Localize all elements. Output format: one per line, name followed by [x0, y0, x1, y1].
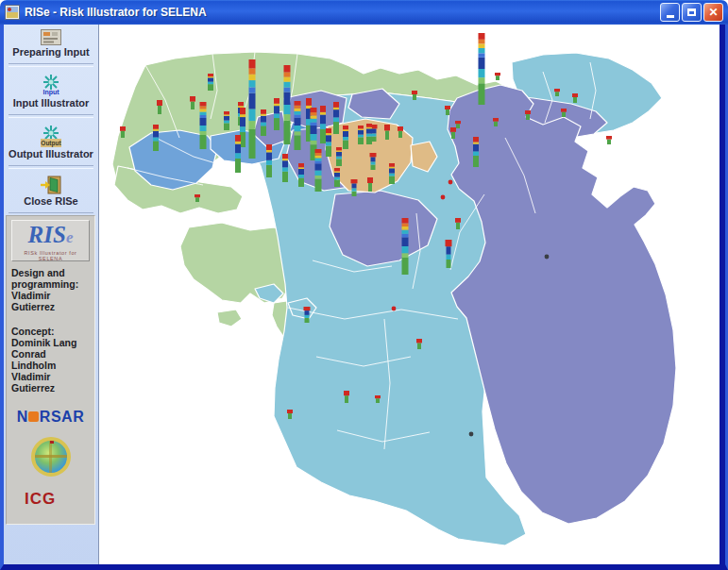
risk-bar-segment	[345, 395, 348, 403]
risk-bar-segment	[451, 132, 455, 139]
risk-bar-segment	[249, 109, 256, 122]
risk-bar-segment	[336, 150, 342, 151]
risk-bar-segment	[334, 177, 340, 180]
risk-bar-segment	[304, 307, 311, 310]
risk-bar-segment	[385, 130, 389, 140]
risk-bar-segment	[479, 53, 485, 58]
risk-bar-segment	[153, 131, 159, 138]
close-button[interactable]: ✕	[703, 3, 723, 22]
risk-bar-segment	[326, 135, 331, 142]
risk-bar-segment	[479, 77, 485, 83]
risk-bar-segment	[315, 179, 322, 193]
risk-bar-segment	[402, 226, 409, 230]
risk-bar-segment	[450, 127, 456, 132]
risk-bar-segment	[371, 157, 376, 161]
risk-bar-segment	[320, 115, 326, 125]
risk-bar-segment	[158, 106, 161, 114]
risk-bar-segment	[333, 108, 339, 109]
risk-bar-segment	[416, 339, 422, 343]
risk-bar-segment	[261, 114, 266, 116]
risk-bar-segment	[352, 188, 357, 191]
risk-bar-segment	[153, 141, 159, 151]
risk-bar-segment	[284, 105, 291, 114]
risk-bar-segment	[295, 101, 301, 106]
risk-bar-segment	[372, 133, 377, 136]
risk-bar-segment	[343, 129, 348, 131]
risk-bar-segment	[336, 152, 342, 157]
risk-bar-segment	[120, 126, 126, 131]
risk-bar-segment	[384, 125, 390, 130]
risk-bar-segment	[572, 93, 578, 97]
risk-bar-segment	[473, 156, 479, 167]
risk-bar-segment	[479, 43, 485, 48]
risk-bar-segment	[153, 125, 159, 129]
risk-bar-segment	[191, 102, 195, 109]
risk-bar-segment	[343, 126, 348, 129]
risk-bar-segment	[320, 124, 326, 129]
risk-bar-segment	[311, 123, 317, 126]
preparing-input-button[interactable]: Preparing Input	[4, 25, 98, 61]
norsar-logo: NRSAR	[11, 409, 90, 426]
risk-bar-segment	[402, 253, 409, 258]
risk-bar-segment	[238, 102, 244, 106]
risk-bar-segment	[326, 146, 331, 157]
risk-bar-segment	[525, 110, 531, 114]
risk-bar-segment	[375, 395, 381, 398]
divider	[8, 165, 93, 169]
risk-bar-segment	[366, 134, 372, 137]
risk-bar-segment	[235, 142, 241, 144]
risk-bar-segment	[334, 173, 340, 177]
risk-bar-segment	[240, 126, 245, 132]
risk-bar-segment	[274, 104, 279, 106]
svg-text:Output: Output	[41, 140, 61, 147]
close-rise-button[interactable]: Close RISe	[4, 171, 98, 210]
risk-bar-segment	[326, 133, 331, 135]
maximize-button[interactable]	[682, 3, 702, 22]
close-icon: ✕	[708, 7, 718, 18]
risk-bar-segment	[298, 178, 304, 188]
risk-bar-segment	[305, 315, 310, 318]
risk-bar-segment	[235, 159, 241, 173]
input-illustrator-button[interactable]: Input Input Illustrator	[4, 69, 98, 112]
risk-bar-segment	[573, 97, 577, 103]
risk-bar-segment	[606, 136, 612, 140]
risk-bar-segment	[200, 102, 207, 107]
risk-bar-segment	[562, 112, 566, 117]
risk-bar-segment	[200, 118, 207, 126]
risk-bar-segment	[496, 75, 499, 80]
icg-logo: ICG	[25, 490, 90, 509]
risk-bar-segment	[326, 142, 331, 145]
divider	[8, 114, 93, 118]
risk-bar-segment	[200, 107, 207, 109]
risk-bar-segment	[282, 154, 288, 159]
risk-bar-segment	[249, 121, 256, 128]
risk-bar-segment	[295, 118, 301, 126]
risk-bar-segment	[366, 137, 372, 144]
design-label: Design and programming:	[11, 267, 90, 290]
city-map[interactable]	[99, 25, 719, 564]
risk-bar-segment	[305, 318, 310, 323]
map-dot	[392, 307, 397, 311]
risk-bar-segment	[208, 76, 213, 77]
form-icon	[41, 29, 61, 45]
maximize-icon	[687, 8, 696, 16]
title-bar[interactable]: RISe - Risk Illustrator for SELENA ✕	[0, 0, 728, 25]
risk-bar-segment	[311, 126, 317, 134]
risk-bar-segment	[311, 112, 317, 115]
risk-bar-segment	[315, 176, 322, 179]
app-icon	[5, 5, 20, 20]
minimize-button[interactable]	[660, 3, 680, 22]
risk-bar-segment	[224, 111, 229, 114]
risk-bar-segment	[311, 108, 317, 112]
risk-bar-segment	[473, 142, 479, 143]
output-illustrator-button[interactable]: Output Output Illustrator	[4, 120, 98, 163]
window-title: RISe - Risk Illustrator for SELENA	[25, 6, 658, 19]
risk-bar-segment	[208, 77, 213, 81]
risk-bar-segment	[336, 157, 342, 159]
risk-bar-segment	[479, 33, 485, 40]
risk-bar-segment	[249, 59, 256, 68]
concept-name: Vladimir Gutierrez	[11, 371, 90, 394]
risk-bar-segment	[274, 106, 279, 113]
map-panel	[99, 25, 725, 564]
risk-bar-segment	[371, 161, 376, 164]
